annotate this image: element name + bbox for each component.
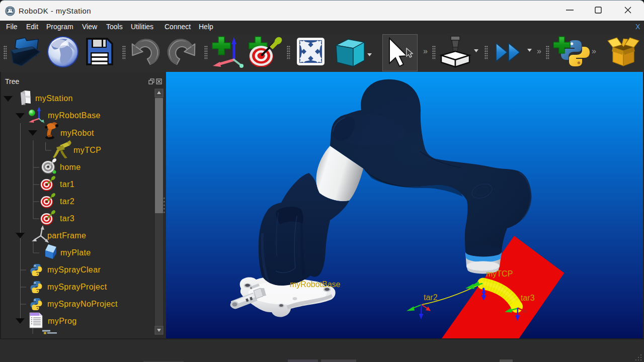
svg-text:Tree: Tree: [5, 77, 19, 85]
svg-text:myTCP: myTCP: [486, 269, 513, 278]
svg-text:tar2: tar2: [424, 293, 438, 302]
svg-text:myRobotBase: myRobotBase: [290, 280, 341, 289]
svg-text:tar3: tar3: [521, 294, 535, 302]
